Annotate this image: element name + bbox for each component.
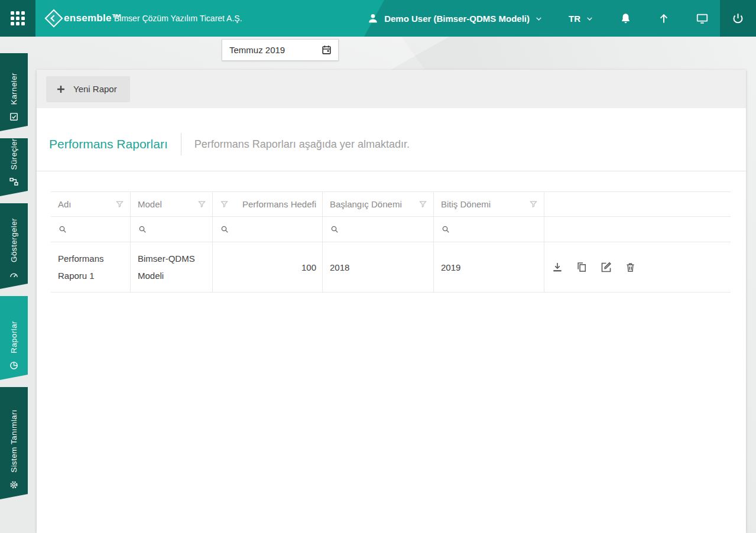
cell-end-period: 2019 — [434, 242, 544, 292]
chevron-down-icon — [535, 15, 543, 22]
report-toolbar: Yeni Rapor — [37, 70, 746, 108]
sidebar-item-surecler[interactable]: Süreçler — [0, 138, 28, 196]
plus-icon — [56, 84, 66, 95]
search-icon — [58, 225, 67, 234]
title-divider — [181, 133, 181, 155]
page-title: Performans Raporları — [49, 137, 168, 151]
column-label: Performans Hedefi — [242, 199, 316, 209]
power-icon — [732, 12, 744, 25]
period-picker[interactable]: Temmuz 2019 — [222, 39, 339, 61]
scorecard-icon — [9, 112, 19, 122]
page-subtitle: Performans Raporları aşağıda yer almakta… — [194, 138, 410, 151]
logout-button[interactable] — [720, 0, 756, 37]
column-header-adi[interactable]: Adı — [51, 192, 131, 216]
table-search-row — [51, 217, 731, 242]
header-actions: Demo User (Bimser-QDMS Modeli) TR — [367, 0, 709, 37]
search-field-bitis-donemi[interactable] — [434, 217, 544, 242]
new-report-label: Yeni Rapor — [73, 84, 117, 94]
bell-icon — [619, 12, 632, 25]
filter-icon[interactable] — [197, 200, 206, 209]
app-grid-icon — [11, 11, 25, 25]
row-actions — [544, 242, 731, 292]
chevron-down-icon — [586, 15, 593, 22]
app-grid-button[interactable] — [0, 0, 35, 37]
notifications-button[interactable] — [619, 12, 632, 25]
upload-button[interactable] — [658, 12, 670, 24]
sidebar-item-gostergeler[interactable]: Göstergeler — [0, 203, 28, 289]
sidebar-item-raporlar[interactable]: Raporlar — [0, 296, 28, 380]
copy-icon — [576, 261, 588, 273]
cell-name: Performans Raporu 1 — [51, 242, 131, 292]
column-header-bitis-donemi[interactable]: Bitiş Dönemi — [434, 192, 544, 216]
filter-icon[interactable] — [418, 200, 427, 209]
search-icon — [220, 225, 229, 234]
delete-button[interactable] — [625, 262, 636, 273]
gauge-icon — [9, 269, 19, 280]
download-icon — [551, 261, 563, 273]
language-label: TR — [569, 14, 580, 24]
trash-icon — [625, 262, 636, 273]
column-header-model[interactable]: Model — [131, 192, 213, 216]
app-header: ensemble™ Bimser Çözüm Yazılım Ticaret A… — [0, 0, 756, 37]
cell-start-period: 2018 — [323, 242, 434, 292]
new-report-button[interactable]: Yeni Rapor — [46, 76, 130, 102]
period-picker-value: Temmuz 2019 — [229, 45, 285, 55]
search-icon — [138, 225, 147, 234]
ensemble-logo-icon — [44, 9, 63, 27]
column-header-performans-hedefi[interactable]: Performans Hedefi — [213, 192, 323, 216]
screen-button[interactable] — [696, 12, 709, 25]
filter-icon[interactable] — [529, 200, 538, 209]
column-label: Başlangıç Dönemi — [330, 199, 402, 209]
copy-button[interactable] — [576, 261, 588, 273]
section-divider — [37, 171, 746, 171]
search-field-baslangic-donemi[interactable] — [323, 217, 434, 242]
user-icon — [367, 12, 379, 24]
language-menu[interactable]: TR — [569, 14, 593, 24]
column-header-actions — [544, 192, 731, 216]
download-button[interactable] — [551, 261, 563, 273]
search-icon — [441, 225, 450, 234]
upload-arrow-icon — [658, 12, 670, 24]
column-label: Model — [138, 199, 162, 209]
search-field-performans-hedefi[interactable] — [213, 217, 323, 242]
column-label: Bitiş Dönemi — [441, 199, 491, 209]
user-menu-label: Demo User (Bimser-QDMS Modeli) — [384, 14, 530, 24]
sidebar-item-label: Göstergeler — [9, 218, 18, 262]
sidebar-item-label: Raporlar — [9, 321, 18, 353]
monitor-icon — [696, 12, 709, 25]
pie-chart-icon — [9, 360, 19, 370]
gear-icon — [9, 480, 19, 490]
table-header-row: Adı Model Performans Hedefi Başlangıç Dö… — [51, 192, 731, 217]
edit-button[interactable] — [600, 261, 612, 274]
logo[interactable]: ensemble™ — [47, 0, 122, 37]
edit-icon — [600, 261, 612, 274]
content-card: Yeni Rapor Performans Raporları Performa… — [37, 70, 746, 533]
sidebar-item-sistem-tanimlari[interactable]: Sistem Tanımları — [0, 387, 28, 499]
company-name: Bimser Çözüm Yazılım Ticaret A.Ş. — [114, 0, 242, 37]
reports-table: Adı Model Performans Hedefi Başlangıç Dö… — [51, 191, 731, 292]
calendar-icon — [321, 44, 332, 56]
user-menu[interactable]: Demo User (Bimser-QDMS Modeli) — [367, 12, 543, 24]
cell-model: Bimser-QDMS Modeli — [131, 242, 213, 292]
logo-text: ensemble™ — [64, 12, 122, 24]
filter-icon[interactable] — [220, 200, 229, 209]
search-field-adi[interactable] — [51, 217, 131, 242]
sidebar-item-label: Karneler — [9, 73, 18, 105]
column-header-baslangic-donemi[interactable]: Başlangıç Dönemi — [323, 192, 434, 216]
sidebar-item-label: Sistem Tanımları — [9, 410, 18, 473]
filter-icon[interactable] — [115, 200, 124, 209]
sidebar-item-label: Süreçler — [9, 138, 18, 170]
column-label: Adı — [58, 199, 72, 209]
table-row[interactable]: Performans Raporu 1 Bimser-QDMS Modeli 1… — [51, 242, 731, 292]
sidebar-item-karneler[interactable]: Karneler — [0, 53, 28, 131]
search-field-actions — [544, 217, 731, 242]
cell-target: 100 — [213, 242, 323, 292]
process-icon — [9, 177, 19, 187]
search-icon — [330, 225, 339, 234]
search-field-model[interactable] — [131, 217, 213, 242]
page-header: Performans Raporları Performans Raporlar… — [49, 133, 746, 155]
